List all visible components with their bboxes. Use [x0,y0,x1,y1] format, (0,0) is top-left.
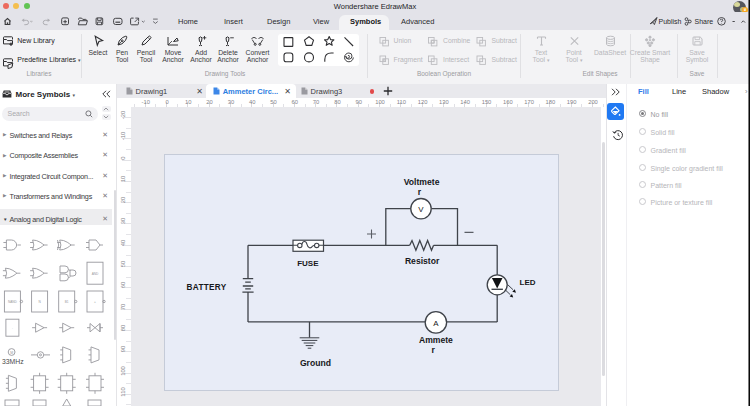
svg-text:Resistor: Resistor [405,256,440,266]
svg-text:Publish: Publish [659,18,682,25]
svg-text:+: + [94,300,96,304]
svg-text:Subtract: Subtract [492,56,517,63]
svg-text:A: A [433,318,439,327]
svg-text:Voltmete: Voltmete [404,176,440,186]
svg-text:.: . [12,326,13,330]
svg-text:Ammete: Ammete [419,334,453,344]
svg-text:Share: Share [695,18,714,25]
svg-text:FUSE: FUSE [297,259,319,268]
svg-text:V: V [418,205,424,214]
svg-text:r: r [432,344,436,354]
svg-text:Fragment: Fragment [394,56,423,64]
svg-text:Union: Union [394,37,412,44]
svg-text:N: N [38,300,41,304]
svg-text:NAND: NAND [8,300,18,304]
svg-text:Ground: Ground [300,357,331,367]
svg-text:BATTERY: BATTERY [187,283,227,292]
svg-text:r: r [418,186,422,196]
svg-text:M: M [10,351,13,355]
svg-text:B1: B1 [65,300,69,304]
svg-text:AND: AND [92,272,99,276]
svg-text:LED: LED [520,278,536,287]
svg-text:Intersect: Intersect [443,56,469,63]
svg-text:Combine: Combine [443,37,470,44]
svg-text:Subtract: Subtract [492,37,517,44]
svg-text:33MHz: 33MHz [2,358,24,365]
